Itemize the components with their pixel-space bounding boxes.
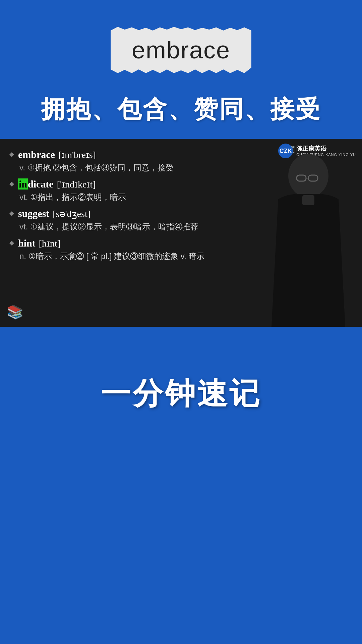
teacher-svg [241, 146, 362, 327]
main-word: embrace [132, 37, 230, 63]
svg-rect-4 [302, 195, 314, 205]
def-hint: n. ①暗示，示意② [ 常 pl.] 建议③细微的迹象 v. 暗示 [19, 250, 225, 262]
book-icon: 📚 [7, 304, 23, 320]
diamond-icon-3 [9, 211, 14, 216]
word-hint: hint [18, 237, 36, 249]
word-suggest: suggest [18, 208, 49, 219]
highlight-in: in [18, 178, 28, 190]
phonetic-hint: [hɪnt] [39, 238, 60, 249]
video-section: 📷 CZK 陈正康英语 CHEN ZHENG KANG YING YU [0, 139, 362, 327]
def-suggest: vt. ①建议，提议②显示，表明③暗示，暗指④推荐 [19, 221, 225, 233]
diamond-icon-4 [9, 241, 14, 246]
top-section: embrace 拥抱、包含、赞同、接受 [0, 0, 362, 139]
def-indicate: vt. ①指出，指示②表明，暗示 [19, 191, 225, 203]
def-embrace: v. ①拥抱 ②包含，包括③赞同，同意，接受 [19, 162, 225, 174]
teacher-figure [241, 146, 362, 327]
phonetic-indicate: ['ɪndɪkeɪt] [57, 179, 96, 190]
torn-paper: embrace [111, 27, 251, 73]
vocab-entry-embrace: embrace [ɪm'breɪs] v. ①拥抱 ②包含，包括③赞同，同意，接… [10, 149, 225, 174]
lecture-bg: 📷 CZK 陈正康英语 CHEN ZHENG KANG YING YU [0, 139, 362, 327]
bottom-section: 一分钟速记 [0, 327, 362, 461]
speed-memo-text: 一分钟速记 [101, 373, 261, 414]
phonetic-suggest: [sə'dʒest] [53, 208, 90, 219]
chinese-translation: 拥抱、包含、赞同、接受 [41, 93, 321, 125]
word-indicate: indicate [18, 178, 54, 190]
diamond-icon [9, 152, 14, 157]
word-embrace: embrace [18, 149, 55, 160]
diamond-icon-2 [9, 182, 14, 186]
svg-point-0 [288, 154, 328, 198]
vocab-entry-suggest: suggest [sə'dʒest] vt. ①建议，提议②显示，表明③暗示，暗… [10, 208, 225, 233]
vocab-entry-hint: hint [hɪnt] n. ①暗示，示意② [ 常 pl.] 建议③细微的迹象… [10, 237, 225, 262]
vocab-entry-indicate: indicate ['ɪndɪkeɪt] vt. ①指出，指示②表明，暗示 [10, 178, 225, 203]
word-dicate: dicate [28, 178, 54, 190]
vocab-content: embrace [ɪm'breɪs] v. ①拥抱 ②包含，包括③赞同，同意，接… [10, 149, 225, 267]
phonetic-embrace: [ɪm'breɪs] [58, 149, 96, 160]
